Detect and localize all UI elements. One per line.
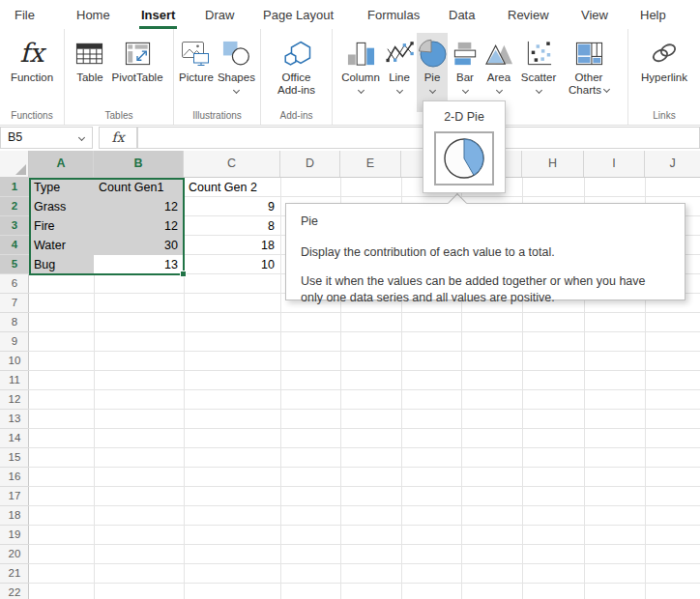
pivottable-label: PivotTable xyxy=(111,71,162,84)
hyperlink-button[interactable]: Hyperlink xyxy=(640,33,688,86)
function-button[interactable]: fx Function xyxy=(10,33,54,86)
row-header-10[interactable]: 10 xyxy=(0,352,29,371)
bar-label: Bar xyxy=(456,71,474,84)
row-header-9[interactable]: 9 xyxy=(0,332,29,352)
other-charts-button[interactable]: Other Charts xyxy=(562,33,616,99)
column-header-c[interactable]: C xyxy=(184,151,280,177)
row-header-18[interactable]: 18 xyxy=(0,506,29,526)
row-header-6[interactable]: 6 xyxy=(0,274,29,294)
name-box-value: B5 xyxy=(8,130,22,144)
row-header-22[interactable]: 22 xyxy=(0,584,29,599)
row-header-14[interactable]: 14 xyxy=(0,429,29,448)
pie-2d-icon xyxy=(442,136,486,181)
chevron-down-icon[interactable] xyxy=(357,87,364,94)
pie-chart-icon xyxy=(417,35,448,71)
ribbon-group-addins: Office Add-ins Add-ins xyxy=(261,29,333,125)
row-header-21[interactable]: 21 xyxy=(0,564,29,584)
pivottable-icon xyxy=(123,35,153,71)
column-header-b[interactable]: B xyxy=(94,151,184,177)
row-header-8[interactable]: 8 xyxy=(0,313,29,332)
pie-dropdown-panel: 2-D Pie xyxy=(423,100,506,193)
function-label: Function xyxy=(11,71,53,84)
column-header-a[interactable]: A xyxy=(29,151,94,177)
insert-function-button[interactable]: fx xyxy=(99,127,137,149)
selection-border xyxy=(29,178,185,275)
fill-handle[interactable] xyxy=(180,271,187,277)
bar-chart-icon xyxy=(451,35,481,71)
picture-button[interactable]: Picture xyxy=(178,33,215,86)
table-button[interactable]: Table xyxy=(73,33,105,86)
shapes-label: Shapes xyxy=(218,71,255,84)
column-header-j[interactable]: J xyxy=(645,151,700,177)
cell-c5[interactable]: 10 xyxy=(184,255,279,274)
treemap-chart-icon xyxy=(574,35,604,71)
chevron-down-icon[interactable] xyxy=(461,87,468,94)
tab-page-layout[interactable]: Page Layout xyxy=(263,8,334,22)
chevron-down-icon[interactable] xyxy=(395,87,402,94)
column-header-i[interactable]: I xyxy=(584,151,645,177)
row-header-5[interactable]: 5 xyxy=(0,255,29,274)
office-addins-button[interactable]: Office Add-ins xyxy=(271,33,323,99)
group-label-functions: Functions xyxy=(0,110,64,121)
row-header-3[interactable]: 3 xyxy=(0,216,29,236)
ribbon-group-illustrations: Picture Shapes Illustrations xyxy=(174,29,261,125)
chevron-down-icon[interactable] xyxy=(428,87,435,94)
tab-draw[interactable]: Draw xyxy=(205,8,234,22)
tab-view[interactable]: View xyxy=(581,8,608,22)
tab-insert[interactable]: Insert xyxy=(139,8,177,29)
row-header-2[interactable]: 2 xyxy=(0,197,29,216)
name-box[interactable]: B5 xyxy=(0,127,93,149)
line-chart-button[interactable]: Line xyxy=(384,33,415,95)
cell-c4[interactable]: 18 xyxy=(184,236,279,255)
column-header-d[interactable]: D xyxy=(280,151,340,177)
ribbon-group-functions: fx Function Functions xyxy=(0,29,65,125)
row-header-13[interactable]: 13 xyxy=(0,410,29,429)
cell-c2[interactable]: 9 xyxy=(184,197,279,216)
area-label: Area xyxy=(487,71,510,84)
chevron-down-icon[interactable] xyxy=(233,87,240,94)
column-chart-button[interactable]: Column xyxy=(339,33,382,95)
formula-bar: B5 fx xyxy=(0,126,700,151)
select-all-corner[interactable] xyxy=(0,151,29,177)
shapes-button[interactable]: Shapes xyxy=(217,33,256,95)
group-label-illustrations: Illustrations xyxy=(174,110,260,121)
scatter-chart-button[interactable]: Scatter xyxy=(517,33,560,95)
row-header-1[interactable]: 1 xyxy=(0,178,29,197)
column-header-e[interactable]: E xyxy=(340,151,401,177)
tab-formulas[interactable]: Formulas xyxy=(367,8,420,22)
chevron-down-icon[interactable] xyxy=(535,87,541,94)
row-header-12[interactable]: 12 xyxy=(0,390,29,410)
excel-window: File Home Insert Draw Page Layout Formul… xyxy=(0,0,700,599)
menu-bar: File Home Insert Draw Page Layout Formul… xyxy=(0,0,700,29)
row-header-15[interactable]: 15 xyxy=(0,448,29,468)
cell-c3[interactable]: 8 xyxy=(184,216,279,236)
bar-chart-button[interactable]: Bar xyxy=(450,33,481,95)
tab-home[interactable]: Home xyxy=(76,8,110,22)
dropdown-section-title: 2-D Pie xyxy=(423,110,505,124)
tab-data[interactable]: Data xyxy=(449,8,475,22)
column-header-h[interactable]: H xyxy=(522,151,584,177)
pie-2d-option[interactable] xyxy=(434,131,494,185)
row-header-19[interactable]: 19 xyxy=(0,526,29,545)
tooltip-title: Pie xyxy=(301,214,670,228)
row-header-16[interactable]: 16 xyxy=(0,468,29,487)
tab-review[interactable]: Review xyxy=(508,8,549,22)
tooltip-description-2: Use it when the values can be added toge… xyxy=(301,273,670,306)
pie-tooltip: Pie Display the contribution of each val… xyxy=(285,203,685,300)
chevron-down-icon[interactable] xyxy=(78,134,85,141)
pivottable-button[interactable]: PivotTable xyxy=(110,33,163,86)
formula-input[interactable] xyxy=(137,127,700,149)
area-chart-icon xyxy=(484,35,514,71)
area-chart-button[interactable]: Area xyxy=(482,33,515,95)
tab-file[interactable]: File xyxy=(15,8,35,22)
row-header-11[interactable]: 11 xyxy=(0,371,29,390)
row-header-4[interactable]: 4 xyxy=(0,236,29,255)
tab-help[interactable]: Help xyxy=(640,8,666,22)
ribbon: fx Function Functions Table xyxy=(0,29,700,126)
row-header-20[interactable]: 20 xyxy=(0,545,29,564)
chevron-down-icon[interactable] xyxy=(603,86,610,93)
chevron-down-icon[interactable] xyxy=(495,87,502,94)
cell-c1[interactable]: Count Gen 2 xyxy=(184,178,279,197)
row-header-7[interactable]: 7 xyxy=(0,294,29,313)
row-header-17[interactable]: 17 xyxy=(0,487,29,506)
